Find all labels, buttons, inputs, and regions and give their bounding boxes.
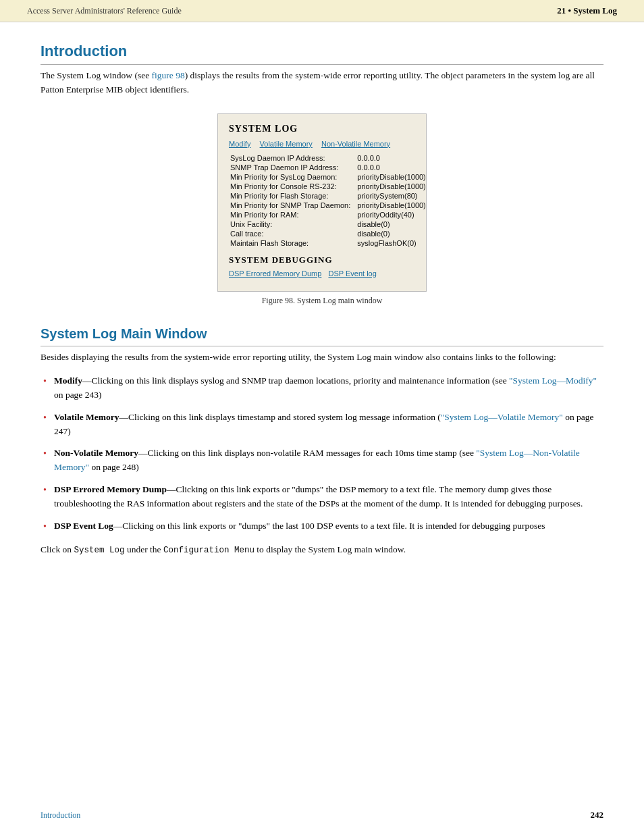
footer-page-number: 242	[591, 810, 604, 820]
main-content: Introduction The System Log window (see …	[0, 22, 644, 619]
row-value: prioritySystem(80)	[356, 191, 427, 201]
row-value: disable(0)	[356, 219, 427, 229]
introduction-paragraph: The System Log window (see figure 98) di…	[41, 69, 603, 97]
row-value: syslogFlashOK(0)	[356, 238, 427, 248]
bullet-label-modify: Modify	[54, 375, 82, 386]
header-chapter-title: System Log	[573, 5, 617, 16]
header-chapter-num: 21	[557, 5, 566, 16]
row-value: disable(0)	[356, 229, 427, 238]
row-label: Maintain Flash Storage:	[229, 238, 356, 248]
system-log-inline: System Log	[74, 546, 125, 555]
row-label: Call trace:	[229, 229, 356, 238]
bullet-text-volatile: Clicking on this link displays timestamp…	[128, 412, 441, 422]
syslog-data-table: SysLog Daemon IP Address: 0.0.0.0 SNMP T…	[229, 153, 427, 248]
bullet-text-dsp-event: Clicking on this link exports or "dumps"…	[122, 521, 545, 531]
syslog-nonvolatile-link[interactable]: Non-Volatile Memory	[321, 140, 390, 148]
table-row: Maintain Flash Storage: syslogFlashOK(0)	[229, 238, 427, 248]
bullet-label-volatile: Volatile Memory	[54, 412, 119, 422]
header-chapter-dot: •	[566, 5, 573, 16]
table-row: Min Priority for Flash Storage: priority…	[229, 191, 427, 201]
row-label: Unix Facility:	[229, 219, 356, 229]
system-log-modify-link[interactable]: "System Log—Modify"	[509, 375, 597, 386]
row-value: 0.0.0.0	[356, 163, 427, 172]
row-label: Min Priority for Console RS-232:	[229, 182, 356, 191]
config-menu-inline: Configuration Menu	[163, 546, 254, 555]
list-item: DSP Errored Memory Dump—Clicking on this…	[41, 483, 603, 511]
intro-text-before: The System Log window (see	[41, 70, 152, 80]
footer-section-name: Introduction	[41, 810, 80, 820]
list-item: Modify—Clicking on this link displays sy…	[41, 374, 603, 402]
table-row: Unix Facility: disable(0)	[229, 219, 427, 229]
introduction-heading: Introduction	[41, 43, 603, 65]
row-value: priorityDisable(1000)	[356, 201, 427, 210]
syslog-debug-links: DSP Errored Memory Dump DSP Event log	[229, 269, 415, 278]
bullet-page-nonvolatile: on page 248)	[89, 462, 139, 472]
syslog-debug-title: System Debugging	[229, 255, 415, 265]
page-header: Access Server Administrators' Reference …	[0, 0, 644, 22]
bullet-text-nonvolatile: Clicking on this link displays non-volat…	[148, 448, 477, 458]
bullet-text-modify: Clicking on this link displays syslog an…	[92, 375, 510, 386]
syslog-box-title: System Log	[229, 124, 415, 134]
row-value: priorityDisable(1000)	[356, 182, 427, 191]
bullet-label-dsp-event: DSP Event Log	[54, 521, 113, 531]
row-value: priorityOddity(40)	[356, 210, 427, 219]
row-value: 0.0.0.0	[356, 153, 427, 163]
system-log-volatile-ref-link[interactable]: "System Log—Volatile Memory"	[441, 412, 563, 422]
page-footer: Introduction 242	[0, 810, 644, 820]
system-log-screenshot: System Log Modify Volatile Memory Non-Vo…	[217, 113, 427, 292]
figure-caption: Figure 98. System Log main window	[262, 296, 383, 306]
dsp-errored-link[interactable]: DSP Errored Memory Dump	[229, 269, 321, 278]
system-log-main-heading: System Log Main Window	[41, 326, 603, 346]
feature-list: Modify—Clicking on this link displays sy…	[41, 374, 603, 533]
row-label: SNMP Trap Daemon IP Address:	[229, 163, 356, 172]
row-label: Min Priority for SNMP Trap Daemon:	[229, 201, 356, 210]
figure98-link[interactable]: figure 98	[152, 70, 185, 80]
header-chapter: 21 • System Log	[557, 5, 617, 16]
bullet-page-modify: on page 243)	[54, 390, 101, 400]
table-row: SNMP Trap Daemon IP Address: 0.0.0.0	[229, 163, 427, 172]
bullet-label-dsp-dump: DSP Errored Memory Dump	[54, 484, 167, 494]
table-row: SysLog Daemon IP Address: 0.0.0.0	[229, 153, 427, 163]
list-item: Volatile Memory—Clicking on this link di…	[41, 411, 603, 439]
figure-98-wrapper: System Log Modify Volatile Memory Non-Vo…	[41, 113, 603, 306]
list-item: DSP Event Log—Clicking on this link expo…	[41, 519, 603, 533]
table-row: Min Priority for SNMP Trap Daemon: prior…	[229, 201, 427, 210]
dsp-event-link[interactable]: DSP Event log	[328, 269, 376, 278]
table-row: Min Priority for RAM: priorityOddity(40)	[229, 210, 427, 219]
table-row: Min Priority for Console RS-232: priorit…	[229, 182, 427, 191]
table-row: Min Priority for SysLog Daemon: priority…	[229, 172, 427, 182]
row-value: priorityDisable(1000)	[356, 172, 427, 182]
row-label: Min Priority for SysLog Daemon:	[229, 172, 356, 182]
syslog-volatile-link[interactable]: Volatile Memory	[260, 140, 313, 148]
header-guide-title: Access Server Administrators' Reference …	[27, 6, 182, 16]
syslog-links: Modify Volatile Memory Non-Volatile Memo…	[229, 140, 415, 148]
row-label: Min Priority for RAM:	[229, 210, 356, 219]
bullet-label-nonvolatile: Non-Volatile Memory	[54, 448, 138, 458]
row-label: Min Priority for Flash Storage:	[229, 191, 356, 201]
list-item: Non-Volatile Memory—Clicking on this lin…	[41, 446, 603, 475]
row-label: SysLog Daemon IP Address:	[229, 153, 356, 163]
syslog-modify-link[interactable]: Modify	[229, 140, 250, 148]
table-row: Call trace: disable(0)	[229, 229, 427, 238]
closing-paragraph: Click on System Log under the Configurat…	[41, 543, 603, 557]
system-log-main-intro: Besides displaying the results from the …	[41, 350, 603, 365]
